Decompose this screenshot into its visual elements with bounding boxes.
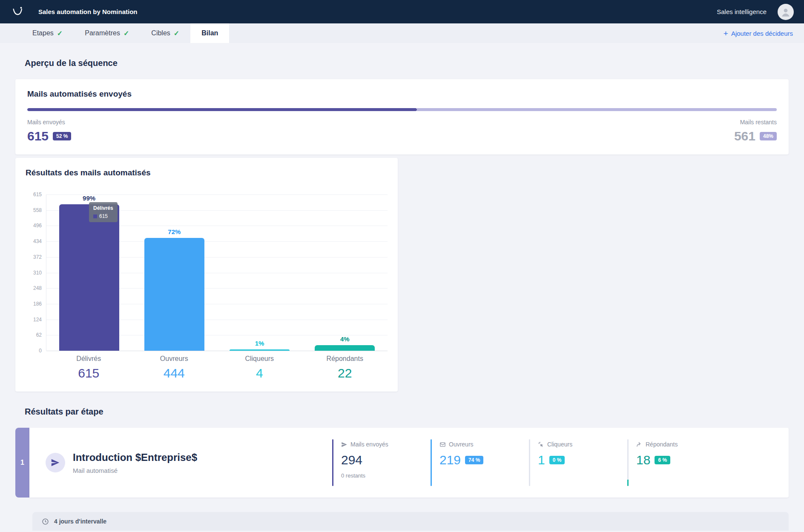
gridline: [46, 351, 388, 351]
stat-percent-badge: 6 %: [655, 456, 670, 464]
y-tick-label: 496: [33, 223, 42, 229]
category-label-delivres: Délivrés: [46, 355, 132, 363]
bar-percent-label: 4%: [340, 335, 350, 343]
interval-label: 4 jours d'intervalle: [54, 518, 106, 525]
bar-percent-label: 1%: [255, 340, 264, 347]
stat-percent-badge: 0 %: [549, 456, 565, 464]
stat-label: Répondants: [646, 441, 678, 448]
y-tick-label: 372: [33, 254, 42, 260]
tab-label: Paramètres: [85, 29, 120, 37]
stat-value: 18: [636, 453, 650, 467]
stat-sub-label: 0 restants: [341, 472, 388, 479]
results-chart-card: Résultats des mails automatisés 61555849…: [15, 158, 398, 392]
step-number-tab: 1: [15, 428, 29, 498]
stat-value: 1: [538, 453, 545, 467]
x-axis-labels: Délivrés615Ouvreurs444Cliqueurs4Répondan…: [26, 355, 388, 380]
check-icon: ✓: [123, 29, 129, 37]
progress-bar-fill: [27, 108, 417, 111]
tabs-bar: Etapes✓Paramètres✓Cibles✓Bilan + Ajouter…: [0, 23, 804, 43]
category-value-ouvreurs: 444: [132, 366, 217, 380]
tab-bilan[interactable]: Bilan: [190, 23, 229, 43]
mails-sent-percent-badge: 52 %: [53, 132, 71, 140]
step-subtitle: Mail automatisé: [73, 467, 197, 474]
y-tick-label: 434: [33, 238, 42, 244]
user-avatar[interactable]: [778, 4, 794, 20]
tooltip-value: 615: [99, 213, 108, 219]
paper-plane-icon: [46, 453, 65, 472]
tab-parametres[interactable]: Paramètres✓: [74, 23, 140, 43]
y-tick-label: 62: [36, 332, 42, 338]
stat-label: Ouvreurs: [449, 441, 474, 448]
mails-sent-label: Mails envoyés: [27, 119, 71, 126]
tab-label: Bilan: [201, 29, 218, 37]
tab-etapes[interactable]: Etapes✓: [21, 23, 74, 43]
add-deciders-button[interactable]: + Ajouter des décideurs: [724, 23, 793, 43]
interval-strip: 4 jours d'intervalle: [32, 512, 789, 531]
envelope-icon: [439, 441, 446, 448]
cursor-click-icon: [538, 441, 544, 448]
stat-mails-envoyes: Mails envoyés2940 restants: [332, 439, 431, 486]
bar-repondants[interactable]: [315, 345, 375, 351]
plus-icon: +: [724, 29, 728, 37]
bar-percent-label: 72%: [168, 228, 181, 235]
y-axis: 615558496434372310248186124620: [26, 194, 46, 351]
tooltip-series-name: Délivrés: [93, 205, 113, 211]
stat-percent-badge: 74 %: [465, 456, 483, 464]
clock-icon: [42, 518, 49, 525]
tab-cibles[interactable]: Cibles✓: [140, 23, 190, 43]
check-icon: ✓: [174, 29, 179, 37]
category-value-cliqueurs: 4: [217, 366, 302, 380]
top-bar: Sales automation by Nomination Sales int…: [0, 0, 804, 23]
y-tick-label: 248: [33, 285, 42, 291]
mails-sent-card: Mails automatisés envoyés Mails envoyés …: [15, 79, 789, 154]
mails-sent-value: 615: [27, 129, 49, 143]
tab-label: Etapes: [32, 29, 54, 37]
bar-delivres[interactable]: [59, 204, 119, 351]
y-tick-label: 0: [39, 348, 42, 354]
tab-label: Cibles: [151, 29, 170, 37]
stat-label: Cliqueurs: [547, 441, 572, 448]
stat-cliqueurs: Cliqueurs10 %: [529, 439, 627, 486]
check-icon: ✓: [57, 29, 63, 37]
overview-section-title: Aperçu de la séquence: [25, 58, 789, 68]
mails-sent-card-title: Mails automatisés envoyés: [27, 89, 777, 99]
y-tick-label: 558: [33, 207, 42, 213]
paper-plane-icon: [341, 441, 347, 448]
app-title: Sales automation by Nomination: [38, 8, 138, 15]
reply-arrow-icon: [636, 441, 643, 448]
stat-label: Mails envoyés: [350, 441, 388, 448]
y-tick-label: 310: [33, 270, 42, 276]
mails-remaining-value: 561: [734, 129, 755, 143]
chart-tooltip: Délivrés 615: [89, 202, 118, 222]
add-deciders-label: Ajouter des décideurs: [731, 30, 793, 37]
step-row-1[interactable]: 1 Introduction $Entreprise$ Mail automat…: [15, 428, 789, 498]
category-value-delivres: 615: [46, 366, 132, 380]
stat-ouvreurs: Ouvreurs21974 %: [431, 439, 529, 486]
progress-bar-remainder: [417, 108, 777, 111]
main-content: Aperçu de la séquence Mails automatisés …: [0, 58, 804, 531]
sales-intelligence-link[interactable]: Sales intelligence: [717, 8, 767, 15]
mails-remaining-label: Mails restants: [734, 119, 777, 126]
progress-bar: [27, 108, 777, 111]
category-label-cliqueurs: Cliqueurs: [217, 355, 302, 363]
step-title: Introduction $Entreprise$: [73, 452, 197, 463]
mails-remaining-percent-badge: 48%: [760, 132, 777, 140]
category-label-repondants: Répondants: [302, 355, 388, 363]
stat-value: 219: [439, 453, 461, 467]
category-value-repondants: 22: [302, 366, 388, 380]
bar-percent-label: 99%: [83, 194, 95, 202]
y-tick-label: 124: [33, 317, 42, 323]
tooltip-color-swatch: [93, 215, 97, 218]
chart-title: Résultats des mails automatisés: [26, 168, 388, 177]
nomination-logo-icon: [10, 5, 25, 19]
category-label-ouvreurs: Ouvreurs: [132, 355, 217, 363]
steps-section-title: Résultats par étape: [25, 407, 789, 417]
y-tick-label: 615: [33, 192, 42, 197]
bar-ouvreurs[interactable]: [144, 238, 204, 351]
step-card: Introduction $Entreprise$ Mail automatis…: [29, 428, 789, 498]
y-tick-label: 186: [33, 301, 42, 307]
stat-repondants: Répondants186 %: [627, 439, 726, 486]
bar-cliqueurs[interactable]: [230, 349, 290, 351]
bar-chart-plot: 99%72%1%4% Délivrés 615: [46, 194, 388, 351]
stat-value: 294: [341, 453, 362, 467]
